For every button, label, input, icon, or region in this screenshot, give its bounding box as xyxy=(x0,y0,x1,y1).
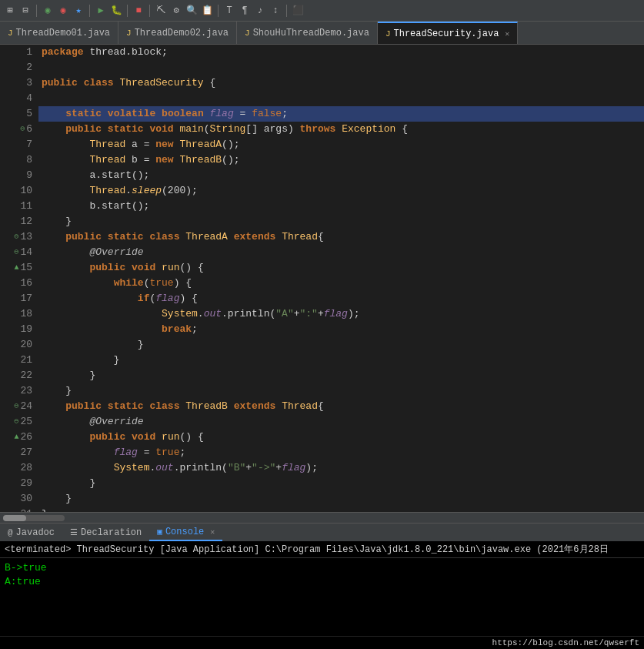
ln-25: ⊖25 xyxy=(3,414,32,430)
toolbar-icon-7[interactable]: ⛏ xyxy=(154,4,168,18)
code-line-24: public static class ThreadB extends Thre… xyxy=(38,399,644,414)
ln-27: 27 xyxy=(3,445,32,460)
tab-label-4: ThreadSecurity.java xyxy=(394,28,499,39)
toolbar-icon-10[interactable]: 📋 xyxy=(200,4,214,18)
toolbar-icon-9[interactable]: 🔍 xyxy=(185,4,199,18)
ln-13: ⊖13 xyxy=(3,229,32,245)
hscroll-thumb[interactable] xyxy=(3,515,26,521)
toolbar-sep-4 xyxy=(149,5,150,17)
line-numbers: 1 2 3 4 5 ⊖6 7 8 9 10 11 12 ⊖13 ⊖14 ▲15 … xyxy=(0,45,38,512)
console-label: Console xyxy=(165,527,204,537)
code-line-15: public void run() { xyxy=(38,260,644,276)
toolbar-icon-12[interactable]: ♪ xyxy=(253,4,267,18)
bottom-tab-javadoc[interactable]: @ Javadoc xyxy=(0,524,62,541)
code-line-16: while(true) { xyxy=(38,276,644,291)
code-line-7: Thread a = new ThreadA(); xyxy=(38,137,644,152)
toolbar-icon-stop[interactable]: ■ xyxy=(132,4,145,18)
toolbar-icon-4[interactable]: ◉ xyxy=(56,4,70,18)
code-line-1: package thread.block; xyxy=(38,45,644,60)
ln-1: 1 xyxy=(3,45,32,60)
toolbar-icon-3[interactable]: ◉ xyxy=(41,4,55,18)
code-line-3: public class ThreadSecurity { xyxy=(38,75,644,91)
console-line-1: B->true xyxy=(5,561,639,575)
close-tab-icon[interactable]: ✕ xyxy=(505,29,509,38)
ln-28: 28 xyxy=(3,460,32,476)
ln-18: 18 xyxy=(3,306,32,322)
bottom-tab-declaration[interactable]: ☰ Declaration xyxy=(62,524,149,541)
toolbar-icon-run[interactable]: ▶ xyxy=(94,4,108,18)
code-line-29: } xyxy=(38,476,644,491)
code-line-2 xyxy=(38,60,644,75)
toolbar-icon-5[interactable]: ★ xyxy=(72,4,85,18)
ln-31: 31 xyxy=(3,507,32,512)
toolbar-icon-11[interactable]: ¶ xyxy=(238,4,252,18)
toolbar-icon-13[interactable]: ↕ xyxy=(269,4,282,18)
tab-ThreadSecurity[interactable]: J ThreadSecurity.java ✕ xyxy=(378,22,518,44)
toolbar-icon-spell[interactable]: T xyxy=(222,4,236,18)
code-line-22: } xyxy=(38,368,644,383)
console-header: <terminated> ThreadSecurity [Java Applic… xyxy=(0,541,644,558)
ln-16: 16 xyxy=(3,276,32,291)
code-line-8: Thread b = new ThreadB(); xyxy=(38,152,644,168)
ln-23: 23 xyxy=(3,383,32,399)
toolbar-icon-2[interactable]: ⊟ xyxy=(18,4,32,18)
code-line-18: System.out.println("A"+":"+flag); xyxy=(38,306,644,322)
console-terminated-text: <terminated> ThreadSecurity [Java Applic… xyxy=(5,544,609,555)
hscroll-track[interactable] xyxy=(3,515,65,521)
code-line-27: flag = true; xyxy=(38,445,644,460)
toolbar-sep-5 xyxy=(218,5,219,17)
bottom-tabs: @ Javadoc ☰ Declaration ▣ Console ✕ xyxy=(0,523,644,541)
console-output: B->true A:true xyxy=(0,558,644,636)
console-footer: https://blog.csdn.net/qwserft xyxy=(0,636,644,649)
tab-label-3: ShouHuThreadDemo.java xyxy=(253,28,369,38)
code-line-17: if(flag) { xyxy=(38,291,644,306)
code-line-23: } xyxy=(38,383,644,399)
console-icon: ▣ xyxy=(157,527,162,537)
close-console-icon[interactable]: ✕ xyxy=(210,527,215,537)
code-line-30: } xyxy=(38,491,644,507)
code-line-13: public static class ThreadA extends Thre… xyxy=(38,229,644,245)
declaration-label: Declaration xyxy=(81,527,142,538)
code-line-10: Thread.sleep(200); xyxy=(38,183,644,199)
code-area[interactable]: package thread.block; public class Threa… xyxy=(38,45,644,512)
tab-label-2: ThreadDemo02.java xyxy=(135,28,229,38)
ln-17: 17 xyxy=(3,291,32,306)
toolbar-icon-1[interactable]: ⊞ xyxy=(3,4,17,18)
editor-area: 1 2 3 4 5 ⊖6 7 8 9 10 11 12 ⊖13 ⊖14 ▲15 … xyxy=(0,45,644,512)
code-line-9: a.start(); xyxy=(38,168,644,183)
toolbar-sep-2 xyxy=(89,5,90,17)
file-icon-4: J xyxy=(385,29,391,38)
console-link: https://blog.csdn.net/qwserft xyxy=(492,638,639,647)
tab-ThreadDemo01[interactable]: J ThreadDemo01.java xyxy=(0,22,118,44)
toolbar-sep-1 xyxy=(36,5,37,17)
code-line-26: public void run() { xyxy=(38,430,644,445)
toolbar-icon-debug[interactable]: 🐛 xyxy=(109,4,123,18)
toolbar: ⊞ ⊟ ◉ ◉ ★ ▶ 🐛 ■ ⛏ ⚙ 🔍 📋 T ¶ ♪ ↕ ⬛ xyxy=(0,0,644,22)
code-line-25: @Override xyxy=(38,414,644,430)
console-line-2: A:true xyxy=(5,575,639,589)
toolbar-icon-14[interactable]: ⬛ xyxy=(291,4,305,18)
ln-30: 30 xyxy=(3,491,32,507)
ln-4: 4 xyxy=(3,91,32,106)
ln-12: 12 xyxy=(3,214,32,229)
tab-label-1: ThreadDemo01.java xyxy=(16,28,110,38)
ln-5: 5 xyxy=(3,106,32,122)
javadoc-label: Javadoc xyxy=(16,527,55,538)
toolbar-sep-6 xyxy=(286,5,287,17)
ln-29: 29 xyxy=(3,476,32,491)
tab-ShouHuThread[interactable]: J ShouHuThreadDemo.java xyxy=(237,22,378,44)
code-line-19: break; xyxy=(38,322,644,337)
ln-22: 22 xyxy=(3,368,32,383)
toolbar-icon-8[interactable]: ⚙ xyxy=(169,4,183,18)
ln-9: 9 xyxy=(3,168,32,183)
tab-ThreadDemo02[interactable]: J ThreadDemo02.java xyxy=(118,22,237,44)
ln-11: 11 xyxy=(3,199,32,214)
ln-3: 3 xyxy=(3,75,32,91)
ln-20: 20 xyxy=(3,337,32,353)
code-line-31: } xyxy=(38,507,644,512)
file-icon-2: J xyxy=(126,28,132,38)
code-line-21: } xyxy=(38,353,644,368)
horizontal-scrollbar[interactable] xyxy=(0,512,644,523)
file-icon-3: J xyxy=(245,28,250,38)
bottom-tab-console[interactable]: ▣ Console ✕ xyxy=(149,524,222,541)
